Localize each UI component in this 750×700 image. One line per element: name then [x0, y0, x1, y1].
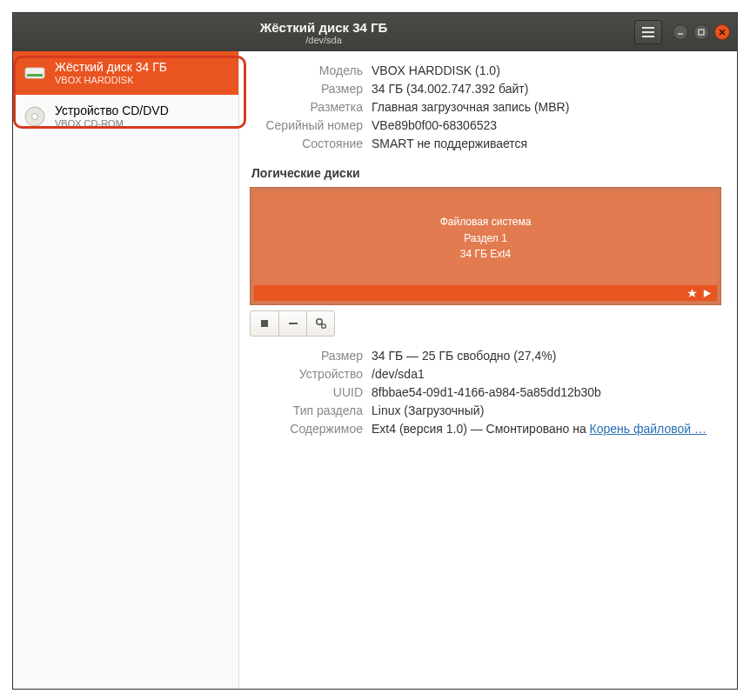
row-content: Содержимое Ext4 (версия 1.0) — Смонтиров…	[250, 422, 721, 436]
value-serial: VBe89b0f00-68306523	[372, 118, 497, 132]
window-controls	[673, 24, 730, 40]
minimize-button[interactable]	[673, 24, 688, 40]
close-icon	[719, 29, 726, 36]
close-button[interactable]	[714, 24, 730, 40]
sidebar-item-sub: VBOX HARDDISK	[55, 75, 167, 86]
label-model: Модель	[250, 63, 363, 77]
row-part-type: Тип раздела Linux (Загрузочный)	[250, 403, 721, 417]
sidebar-item-sub: VBOX CD-ROM	[55, 118, 169, 130]
sidebar-item-harddisk[interactable]: Жёсткий диск 34 ГБ VBOX HARDDISK	[13, 51, 238, 95]
sidebar-item-title: Устройство CD/DVD	[55, 103, 169, 118]
star-icon	[687, 289, 697, 298]
svg-rect-2	[27, 74, 43, 77]
volume-footer	[254, 285, 717, 301]
delete-partition-button[interactable]	[278, 311, 306, 336]
value-model: VBOX HARDDISK (1.0)	[372, 63, 500, 77]
device-sidebar: Жёсткий диск 34 ГБ VBOX HARDDISK Устройс…	[13, 51, 239, 689]
svg-rect-0	[699, 30, 704, 35]
row-device: Устройство /dev/sda1	[250, 367, 721, 381]
mount-point-link[interactable]: Корень файловой …	[590, 422, 706, 436]
row-model: Модель VBOX HARDDISK (1.0)	[250, 63, 721, 77]
unmount-button[interactable]	[251, 311, 278, 336]
harddisk-icon	[23, 62, 46, 84]
label-partitioning: Разметка	[250, 100, 363, 114]
hamburger-icon	[641, 26, 655, 38]
partition-details: Размер 34 ГБ — 25 ГБ свободно (27,4%) Ус…	[250, 349, 721, 436]
label-uuid: UUID	[250, 385, 363, 399]
row-state: Состояние SMART не поддерживается	[250, 137, 721, 150]
body-area: Жёсткий диск 34 ГБ VBOX HARDDISK Устройс…	[13, 51, 737, 689]
sidebar-item-title: Жёсткий диск 34 ГБ	[55, 60, 167, 75]
row-partitioning: Разметка Главная загрузочная запись (MBR…	[250, 100, 721, 114]
label-state: Состояние	[250, 137, 363, 150]
svg-point-7	[316, 319, 321, 324]
label-content: Содержимое	[250, 422, 363, 436]
svg-rect-6	[289, 323, 298, 324]
value-state: SMART не поддерживается	[372, 137, 527, 150]
stop-icon	[258, 317, 271, 330]
window-frame: Жёсткий диск 34 ГБ /dev/sda	[12, 12, 738, 690]
more-options-button[interactable]	[306, 311, 334, 336]
value-size: 34 ГБ (34.002.747.392 байт)	[372, 82, 528, 96]
maximize-icon	[698, 29, 705, 36]
label-device: Устройство	[250, 367, 363, 381]
value-part-type: Linux (Загрузочный)	[372, 403, 484, 417]
minimize-icon	[677, 29, 684, 36]
row-part-size: Размер 34 ГБ — 25 ГБ свободно (27,4%)	[250, 349, 721, 363]
volume-line1: Файловая система	[254, 214, 717, 230]
label-serial: Серийный номер	[250, 118, 363, 132]
window-title: Жёсткий диск 34 ГБ	[13, 20, 634, 35]
row-serial: Серийный номер VBe89b0f00-68306523	[250, 118, 721, 132]
label-part-type: Тип раздела	[250, 403, 363, 417]
volume-partition-1[interactable]: Файловая система Раздел 1 34 ГБ Ext4	[254, 191, 717, 285]
toolbar-group	[250, 310, 335, 337]
optical-disc-icon	[23, 105, 46, 128]
sidebar-item-text: Жёсткий диск 34 ГБ VBOX HARDDISK	[55, 60, 167, 86]
titlebar: Жёсткий диск 34 ГБ /dev/sda	[13, 13, 737, 51]
section-volumes-header: Логические диски	[251, 166, 721, 180]
label-part-size: Размер	[250, 349, 363, 363]
content-prefix: Ext4 (версия 1.0) — Смонтировано на	[372, 422, 590, 436]
window-subtitle: /dev/sda	[13, 35, 634, 45]
main-content: Модель VBOX HARDDISK (1.0) Размер 34 ГБ …	[239, 51, 737, 689]
svg-point-4	[32, 113, 38, 119]
volume-toolbar	[250, 310, 721, 337]
sidebar-item-cddvd[interactable]: Устройство CD/DVD VBOX CD-ROM	[13, 95, 238, 138]
row-uuid: UUID 8fbbae54-09d1-4166-a984-5a85dd12b30…	[250, 385, 721, 399]
gears-icon	[315, 317, 327, 330]
volume-line2: Раздел 1	[254, 230, 717, 247]
minus-icon	[287, 317, 299, 330]
value-uuid: 8fbbae54-09d1-4166-a984-5a85dd12b30b	[372, 385, 601, 399]
sidebar-item-text: Устройство CD/DVD VBOX CD-ROM	[55, 103, 169, 130]
value-device: /dev/sda1	[372, 367, 425, 381]
volume-map: Файловая система Раздел 1 34 ГБ Ext4	[250, 187, 721, 305]
value-partitioning: Главная загрузочная запись (MBR)	[372, 100, 569, 114]
play-icon	[702, 289, 712, 298]
maximize-button[interactable]	[693, 24, 709, 40]
svg-point-8	[321, 324, 325, 329]
title-block: Жёсткий диск 34 ГБ /dev/sda	[13, 20, 634, 45]
volume-line3: 34 ГБ Ext4	[254, 246, 717, 263]
svg-rect-1	[25, 68, 44, 78]
svg-rect-5	[261, 320, 268, 327]
volume-text: Файловая система Раздел 1 34 ГБ Ext4	[254, 214, 717, 263]
row-size: Размер 34 ГБ (34.002.747.392 байт)	[250, 82, 721, 96]
hamburger-menu-button[interactable]	[634, 20, 662, 44]
label-size: Размер	[250, 82, 363, 96]
value-content: Ext4 (версия 1.0) — Смонтировано на Коре…	[372, 422, 706, 436]
value-part-size: 34 ГБ — 25 ГБ свободно (27,4%)	[372, 349, 556, 363]
